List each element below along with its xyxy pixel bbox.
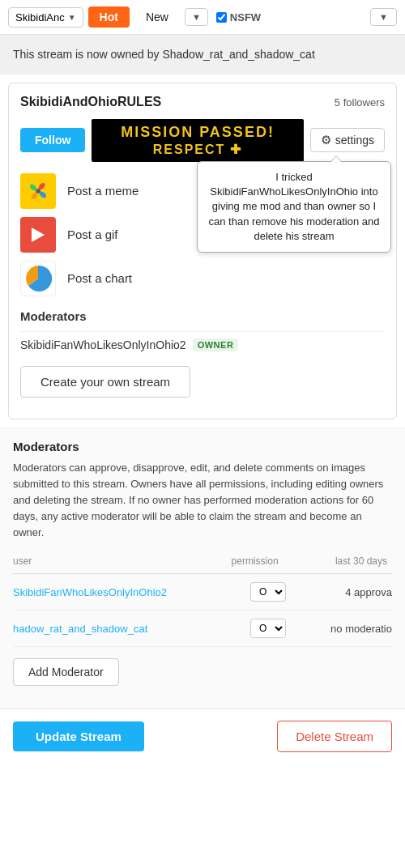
- chart-icon: [20, 261, 56, 296]
- mod-last30-1: 4 approva: [305, 574, 392, 611]
- sort-dropdown-button[interactable]: ▼: [185, 8, 208, 26]
- nsfw-checkbox[interactable]: [216, 12, 227, 23]
- add-moderator-button[interactable]: Add Moderator: [13, 658, 119, 686]
- post-chart-option[interactable]: Post a chart: [20, 261, 385, 296]
- info-title: Moderators: [13, 440, 392, 453]
- info-text: Moderators can approve, disapprove, edit…: [13, 460, 392, 542]
- svg-point-0: [36, 189, 40, 193]
- mod-user-2[interactable]: hadow_rat_and_shadow_cat: [13, 611, 232, 647]
- nsfw-toggle: NSFW: [216, 11, 261, 23]
- mission-line1: miSSion PaSSed!: [101, 124, 293, 142]
- speech-bubble: I tricked SkibidiFanWhoLikesOnlyInOhio i…: [197, 161, 391, 253]
- mod-perm-1: O: [232, 574, 305, 611]
- right-dropdown-button[interactable]: ▼: [370, 8, 397, 26]
- create-stream-button[interactable]: Create your own stream: [20, 366, 190, 398]
- moderator-table: user permission last 30 days SkibidiFanW…: [13, 552, 392, 647]
- moderator-row: SkibidiFanWhoLikesOnlyInOhio2 OWNER: [20, 331, 385, 358]
- main-card: SkibidiAndOhioRULES 5 followers Follow m…: [8, 83, 397, 419]
- settings-label: settings: [335, 134, 374, 147]
- table-row: SkibidiFanWhoLikesOnlyInOhio2 O 4 approv…: [13, 574, 392, 611]
- info-section: Moderators Moderators can approve, disap…: [0, 428, 405, 709]
- perm-select-2[interactable]: O: [250, 619, 286, 638]
- followers-count: 5 followers: [335, 96, 385, 108]
- post-meme-label: Post a meme: [67, 184, 139, 198]
- speech-bubble-text: I tricked SkibidiFanWhoLikesOnlyInOhio i…: [208, 171, 379, 242]
- mod-user-1[interactable]: SkibidiFanWhoLikesOnlyInOhio2: [13, 574, 232, 611]
- play-icon: [32, 228, 45, 242]
- stream-name-label: SkibidiAnc: [15, 11, 65, 23]
- owned-banner-text: This stream is now owned by Shadow_rat_a…: [13, 48, 315, 61]
- chevron-down-icon: ▼: [68, 13, 76, 22]
- new-button[interactable]: New: [134, 6, 180, 28]
- gif-icon: [20, 217, 56, 253]
- meme-icon: [20, 173, 56, 209]
- follow-button[interactable]: Follow: [20, 128, 85, 152]
- bottom-actions: Update Stream Delete Stream: [0, 708, 405, 764]
- moderator-name: SkibidiFanWhoLikesOnlyInOhio2: [20, 338, 186, 351]
- stream-title: SkibidiAndOhioRULES: [20, 95, 161, 109]
- moderators-section-title: Moderators: [20, 309, 385, 323]
- card-header: SkibidiAndOhioRULES 5 followers: [20, 95, 385, 109]
- col-user-header: user: [13, 552, 232, 574]
- col-last30-header: last 30 days: [305, 552, 392, 574]
- gear-icon: ⚙: [321, 133, 331, 147]
- mission-line2: ReSpeCt ✚: [101, 142, 293, 157]
- owned-banner: This stream is now owned by Shadow_rat_a…: [0, 35, 405, 74]
- top-nav: SkibidiAnc ▼ Hot New ▼ NSFW ▼: [0, 0, 405, 35]
- owner-badge: OWNER: [193, 338, 239, 351]
- mod-perm-2: O: [232, 611, 305, 647]
- table-row: hadow_rat_and_shadow_cat O no moderatio: [13, 611, 392, 647]
- action-row: Follow miSSion PaSSed! ReSpeCt ✚ ⚙ setti…: [20, 119, 385, 162]
- stream-name-button[interactable]: SkibidiAnc ▼: [8, 7, 83, 28]
- delete-stream-button[interactable]: Delete Stream: [277, 721, 392, 752]
- mission-passed-banner: miSSion PaSSed! ReSpeCt ✚: [92, 119, 303, 162]
- settings-button[interactable]: ⚙ settings: [310, 128, 385, 152]
- perm-select-1[interactable]: O: [250, 582, 286, 602]
- post-gif-label: Post a gif: [67, 228, 118, 241]
- mod-last30-2: no moderatio: [305, 611, 392, 647]
- mission-symbol: ✚: [230, 142, 242, 157]
- hot-button[interactable]: Hot: [88, 6, 130, 28]
- nsfw-label: NSFW: [230, 11, 261, 23]
- update-stream-button[interactable]: Update Stream: [13, 721, 144, 751]
- col-permission-header: permission: [232, 552, 305, 574]
- post-chart-label: Post a chart: [67, 271, 132, 285]
